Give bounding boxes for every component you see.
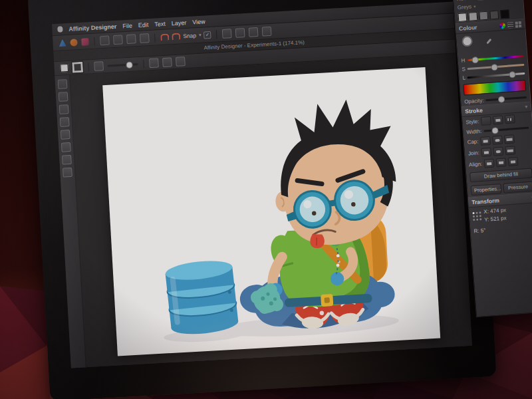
pencil-tool-icon[interactable] — [60, 117, 70, 127]
grey-swatch[interactable] — [500, 9, 509, 19]
stroke-header-label: Stroke — [465, 107, 483, 115]
pixel-persona-icon[interactable] — [70, 39, 78, 47]
eyedropper-icon[interactable] — [484, 39, 493, 47]
opacity-label: Opacity: — [464, 98, 484, 105]
artboard[interactable] — [102, 67, 440, 356]
shape-tool-icon[interactable] — [61, 130, 70, 140]
context-divider — [143, 59, 144, 68]
saturation-slider[interactable] — [467, 64, 525, 70]
effects-icon[interactable] — [176, 57, 186, 66]
transform-header-label: Transform — [471, 197, 499, 205]
fill-tool-icon[interactable] — [62, 155, 72, 165]
order-tool-icon[interactable] — [100, 35, 110, 45]
rotate-canvas-icon[interactable] — [262, 27, 272, 37]
toolbar-divider — [216, 30, 217, 39]
opacity-knob[interactable] — [498, 96, 505, 103]
preview-mode-icon[interactable] — [249, 27, 259, 37]
magnet-options-icon[interactable] — [172, 33, 181, 41]
grey-swatch[interactable] — [458, 13, 467, 22]
chevron-down-icon[interactable]: ▾ — [199, 33, 201, 38]
move-tool-icon[interactable] — [58, 79, 68, 89]
node-tool-icon[interactable] — [59, 92, 68, 102]
join-bevel-button[interactable] — [505, 146, 515, 155]
pressure-button[interactable]: Pressure — [503, 181, 532, 193]
export-persona-icon[interactable] — [81, 38, 89, 46]
snap-group: Snap ▾ ✓ — [160, 31, 211, 41]
recent-label: Recent: — [457, 0, 475, 2]
join-label: Join: — [468, 150, 480, 156]
color-well[interactable] — [460, 33, 483, 55]
fill-swatch[interactable] — [60, 64, 68, 72]
zoom-tool-icon[interactable] — [63, 168, 72, 178]
lightness-slider[interactable] — [467, 72, 525, 78]
style-solid-button[interactable] — [493, 115, 503, 124]
style-none-button[interactable] — [481, 116, 491, 126]
designer-persona-icon[interactable] — [59, 39, 66, 47]
magnet-snap-icon[interactable] — [160, 33, 170, 41]
stroke-width-icon[interactable] — [94, 61, 104, 71]
join-miter-button[interactable] — [481, 148, 491, 157]
anchor-point-grid[interactable] — [472, 211, 482, 221]
grey-swatch[interactable] — [479, 11, 488, 21]
opacity-slider[interactable] — [485, 96, 527, 102]
menu-item-layer[interactable]: Layer — [171, 19, 186, 26]
cap-label: Cap: — [467, 138, 479, 145]
context-divider — [88, 63, 89, 71]
width-label: Width: — [466, 128, 481, 136]
transform-y-value[interactable]: Y: 521 px — [484, 214, 507, 223]
pen-tool-icon[interactable] — [59, 104, 69, 114]
saturation-label: S — [462, 66, 466, 72]
cap-butt-button[interactable] — [480, 136, 491, 146]
workspace — [55, 53, 472, 368]
menu-item-view[interactable]: View — [192, 18, 205, 25]
context-slider[interactable] — [107, 63, 138, 67]
text-tool-icon[interactable] — [61, 142, 71, 152]
grey-swatch[interactable] — [489, 11, 499, 20]
recent-swatch[interactable] — [477, 0, 484, 1]
properties-button[interactable]: Properties... — [470, 184, 501, 196]
lightness-knob[interactable] — [509, 71, 516, 78]
cap-square-button[interactable] — [504, 134, 515, 144]
menu-item-edit[interactable]: Edit — [138, 21, 148, 29]
chevron-down-icon: ▾ — [473, 4, 476, 9]
color-sliders-icon[interactable] — [507, 21, 514, 28]
photo-of-monitor: Affinity Designer File Edit Text Layer V… — [0, 0, 532, 399]
align-outside-button[interactable] — [508, 157, 519, 166]
width-knob[interactable] — [491, 127, 499, 134]
character-illustration — [102, 67, 440, 356]
stroke-swatch[interactable] — [72, 62, 83, 73]
snap-label: Snap — [183, 32, 196, 39]
hue-slider[interactable] — [467, 55, 523, 61]
snap-toggle-checkbox[interactable]: ✓ — [203, 31, 211, 39]
transform-r-value[interactable]: R: 5° — [473, 227, 486, 235]
style-label: Style: — [466, 118, 479, 125]
menu-app-name[interactable]: Affinity Designer — [68, 23, 116, 32]
color-wheel-icon[interactable] — [499, 22, 506, 29]
join-round-button[interactable] — [493, 147, 503, 156]
align-inside-button[interactable] — [496, 158, 507, 167]
monitor-bezel: Affinity Designer File Edit Text Layer V… — [27, 0, 496, 399]
greys-label: Greys — [458, 3, 472, 11]
toolbar-divider — [154, 33, 156, 42]
context-slider-knob[interactable] — [126, 61, 133, 68]
transform-tool-icon[interactable] — [126, 34, 136, 44]
grey-swatch[interactable] — [468, 12, 477, 21]
align-tool-icon[interactable] — [113, 35, 123, 45]
grid-toggle-icon[interactable] — [222, 29, 232, 39]
saturation-knob[interactable] — [491, 64, 499, 71]
menu-item-file[interactable]: File — [122, 22, 132, 29]
hue-knob[interactable] — [472, 57, 479, 64]
style-dash-button[interactable] — [505, 114, 515, 124]
apple-menu-icon[interactable] — [57, 26, 63, 32]
menu-item-text[interactable]: Text — [154, 20, 166, 27]
cap-round-button[interactable] — [492, 136, 503, 145]
boolean-tool-icon[interactable] — [140, 33, 150, 43]
align-center-button[interactable] — [484, 159, 495, 168]
stroke-color-circle[interactable] — [462, 36, 473, 47]
opacity-icon[interactable] — [149, 58, 159, 68]
color-boxes-icon[interactable] — [515, 21, 522, 28]
width-slider[interactable] — [483, 127, 529, 132]
canvas-area[interactable] — [70, 53, 472, 368]
guides-toggle-icon[interactable] — [235, 28, 245, 38]
blend-mode-icon[interactable] — [162, 57, 172, 67]
